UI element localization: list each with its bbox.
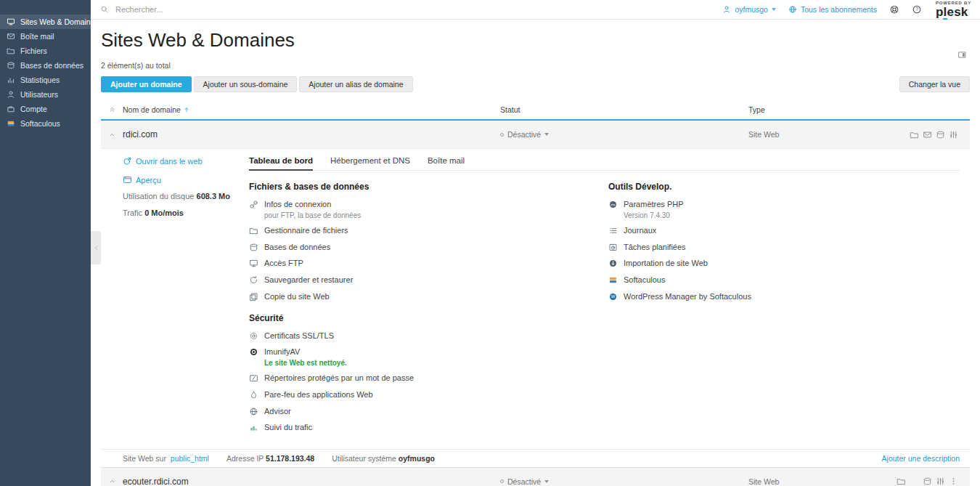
open-in-web-link[interactable]: Ouvrir dans le web (123, 156, 203, 166)
domain-row-header: ecouter.rdici.com Désactivé Site Web (101, 467, 970, 486)
tool-backup-restore[interactable]: Sauvegarder et restaurer (249, 275, 608, 285)
main-area: oyfmusgo Tous les abonnements POWERED BY… (91, 0, 980, 486)
tool-ssl-certificates[interactable]: Certificats SSL/TLS (249, 331, 608, 341)
status-dropdown[interactable]: Désactivé (500, 130, 748, 139)
database-icon[interactable] (936, 130, 945, 139)
tool-protected-directories[interactable]: Répertoires protégés par un mot de passe (249, 373, 608, 384)
preview-link[interactable]: Aperçu (123, 175, 161, 185)
site-root-info: Site Web sur public_html (123, 454, 209, 463)
sidebar-item-mail[interactable]: Boîte mail (0, 29, 91, 44)
tool-label: Paramètres PHP (624, 200, 684, 208)
ip-value: 51.178.193.48 (266, 454, 314, 463)
collapse-row-icon[interactable] (108, 131, 116, 139)
search-input[interactable] (114, 4, 346, 15)
sidebar-item-label: Sites Web & Domaines (20, 17, 99, 26)
tool-wordpress-manager[interactable]: WordPress Manager by Softaculous (608, 292, 960, 302)
traffic: Trafic 0 Mo/mois (123, 208, 249, 217)
icon-spacer (910, 477, 919, 486)
plesk-logo[interactable]: POWERED BYplesk (936, 1, 971, 18)
tool-label: Softaculous (624, 275, 665, 285)
sidebar-item-label: Statistiques (20, 76, 60, 84)
sidebar-collapse-handle[interactable] (91, 231, 101, 264)
subscriptions-menu[interactable]: Tous les abonnements (788, 5, 877, 14)
tool-file-manager[interactable]: Gestionnaire de fichiers (249, 226, 608, 236)
tool-connection-info[interactable]: Infos de connexion pour FTP, la base de … (249, 200, 608, 219)
add-subdomain-button[interactable]: Ajouter un sous-domaine (194, 76, 298, 92)
collapse-all-icon[interactable] (108, 105, 116, 113)
certificate-icon (249, 331, 258, 341)
sidebar-item-websites-domains[interactable]: Sites Web & Domaines (0, 15, 91, 29)
preview-icon (123, 175, 132, 185)
sidebar-item-account[interactable]: Compte (0, 102, 91, 116)
mail-icon (7, 32, 15, 41)
more-actions-icon[interactable] (949, 477, 958, 486)
help-icon[interactable] (912, 4, 922, 15)
settings-sliders-icon[interactable] (936, 477, 945, 486)
add-description-link[interactable]: Ajouter une description (882, 454, 960, 463)
settings-sliders-icon[interactable] (949, 130, 958, 139)
tool-label: Tâches planifiées (624, 243, 686, 253)
tool-note: Version 7.4.30 (624, 211, 684, 219)
tool-advisor[interactable]: Advisor (249, 407, 608, 417)
tool-ftp-access[interactable]: Accès FTP (249, 259, 608, 269)
sidebar-item-databases[interactable]: Bases de données (0, 58, 91, 73)
tool-php-settings[interactable]: Paramètres PHP Version 7.4.30 (608, 200, 960, 219)
column-domain-name[interactable]: Nom de domaine (123, 105, 500, 114)
toolbar: Ajouter un domaine Ajouter un sous-domai… (101, 76, 970, 92)
sidebar-item-files[interactable]: Fichiers (0, 44, 91, 58)
tool-logs[interactable]: Journaux (608, 226, 960, 236)
system-user-label: Utilisateur système (332, 454, 396, 463)
tab-dashboard[interactable]: Tableau de bord (249, 156, 313, 171)
sidebar-item-softaculous[interactable]: Softaculous (0, 116, 91, 131)
list-header: Nom de domaine Statut Type (101, 100, 970, 119)
files-databases-section: Fichiers & bases de données Infos de con… (249, 182, 608, 302)
add-domain-button[interactable]: Ajouter un domaine (101, 76, 192, 92)
section-title: Sécurité (249, 313, 608, 323)
column-type[interactable]: Type (748, 105, 970, 114)
collapse-row-icon[interactable] (108, 477, 116, 485)
cron-icon (608, 243, 618, 252)
domain-summary-column: Ouvrir dans le web Aperçu Utilisation du… (123, 156, 249, 440)
dev-tools-column: Outils Dévelop. Paramètres PHP Version 7… (608, 180, 960, 440)
tab-hosting-dns[interactable]: Hébergement et DNS (330, 156, 410, 170)
tool-web-application-firewall[interactable]: Pare-feu des applications Web (249, 390, 608, 400)
imunify-icon (249, 347, 258, 357)
import-icon (608, 259, 618, 268)
total-count: 2 élément(s) au total (101, 61, 970, 70)
tool-label: WordPress Manager by Softaculous (624, 292, 751, 302)
chevron-down-icon (544, 480, 549, 483)
support-lifering-icon[interactable] (889, 4, 899, 15)
files-icon[interactable] (910, 130, 919, 139)
briefcase-icon (7, 105, 15, 113)
side-panel-toggle-icon[interactable] (957, 50, 967, 60)
files-icon[interactable] (897, 477, 906, 486)
domain-type: Site Web (748, 130, 910, 139)
logs-icon (608, 226, 618, 235)
user-menu[interactable]: oyfmusgo (722, 5, 776, 14)
sidebar-item-statistics[interactable]: Statistiques (0, 73, 91, 87)
public-html-link[interactable]: public_html (171, 454, 209, 463)
tool-traffic-monitor[interactable]: Suivi du trafic (249, 423, 608, 433)
domain-card: ecouter.rdici.com Désactivé Site Web (101, 467, 970, 486)
tool-label: Importation de site Web (624, 259, 708, 269)
php-icon (608, 200, 618, 209)
status-dropdown[interactable]: Désactivé (500, 477, 748, 486)
add-domain-alias-button[interactable]: Ajouter un alias de domaine (299, 76, 412, 92)
tool-databases[interactable]: Bases de données (249, 243, 608, 253)
top-bar: oyfmusgo Tous les abonnements POWERED BY… (91, 0, 980, 20)
traffic-value: 0 Mo/mois (144, 208, 184, 217)
tool-website-copy[interactable]: Copie du site Web (249, 292, 608, 302)
mail-icon[interactable] (923, 130, 932, 139)
database-icon[interactable] (923, 477, 932, 486)
sidebar-item-users[interactable]: Utilisateurs (0, 87, 91, 102)
column-status[interactable]: Statut (500, 105, 748, 114)
tool-imunifyav[interactable]: ImunifyAV Le site Web est nettoyé. (249, 347, 608, 367)
tool-scheduled-tasks[interactable]: Tâches planifiées (608, 243, 960, 253)
domain-name[interactable]: ecouter.rdici.com (123, 477, 500, 486)
tool-softaculous[interactable]: Softaculous (608, 275, 960, 285)
tab-mail[interactable]: Boîte mail (428, 156, 465, 170)
domain-name[interactable]: rdici.com (123, 129, 500, 139)
system-user-value: oyfmusgo (399, 454, 435, 463)
tool-website-import[interactable]: Importation de site Web (608, 259, 960, 269)
change-view-button[interactable]: Changer la vue (899, 76, 970, 92)
